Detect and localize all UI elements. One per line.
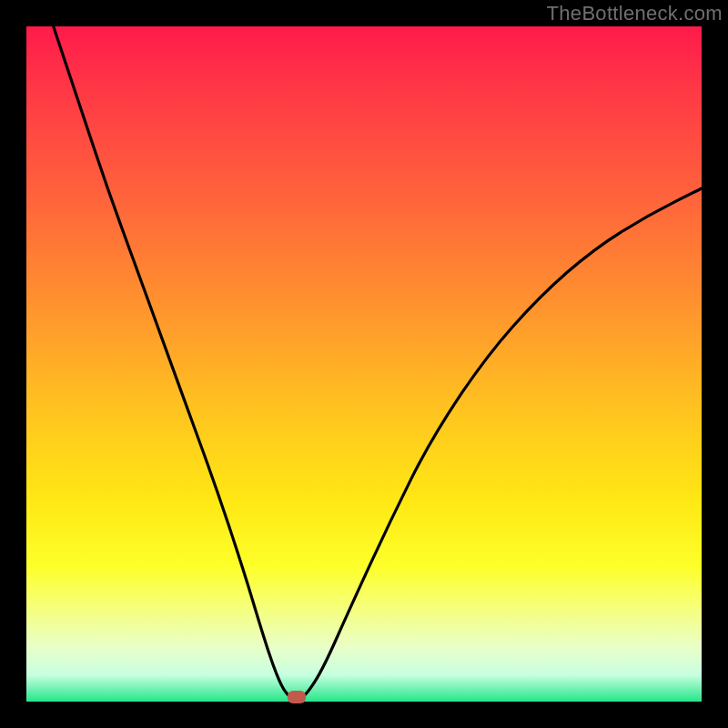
bottleneck-curve	[26, 26, 702, 702]
optimum-marker	[288, 691, 306, 703]
chart-frame	[26, 26, 702, 702]
watermark-text: TheBottleneck.com	[547, 2, 723, 25]
